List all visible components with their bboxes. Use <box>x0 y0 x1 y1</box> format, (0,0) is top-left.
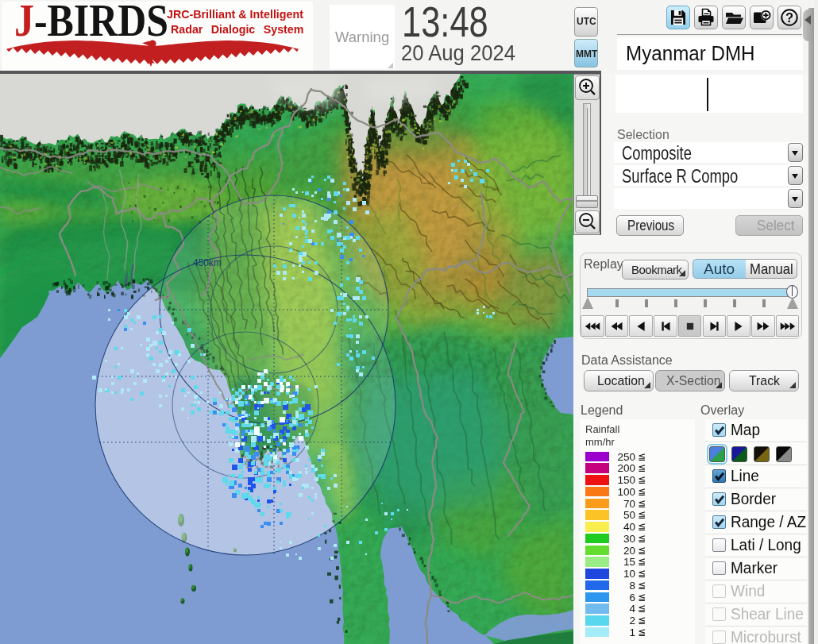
svg-text:450km: 450km <box>193 257 222 268</box>
svg-text:?: ? <box>785 10 793 25</box>
